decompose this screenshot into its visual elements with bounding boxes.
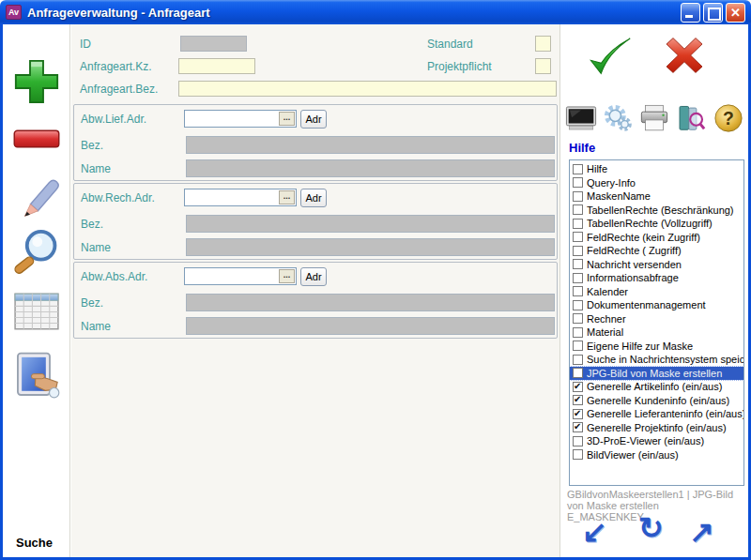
delete-icon[interactable]: [13, 128, 60, 154]
checkbox-icon[interactable]: [573, 327, 583, 338]
search-icon[interactable]: [10, 227, 61, 281]
standard-label: Standard: [427, 38, 473, 51]
help-list-item[interactable]: Generelle Projektinfo (ein/aus): [570, 421, 743, 435]
checkbox-icon[interactable]: [573, 259, 583, 269]
projektpflicht-field[interactable]: [535, 58, 551, 74]
adr-button[interactable]: Adr: [300, 189, 327, 207]
checkbox-icon[interactable]: [573, 355, 583, 365]
minimize-button[interactable]: [681, 3, 700, 23]
help-list-item[interactable]: BildViewer (ein/aus): [570, 448, 743, 462]
browse-button[interactable]: ...: [279, 269, 295, 283]
help-list-item[interactable]: Generelle Artikelinfo (ein/aus): [570, 380, 743, 394]
checkbox-icon[interactable]: [573, 177, 583, 188]
table-icon[interactable]: [13, 287, 60, 340]
print-icon[interactable]: [638, 104, 670, 136]
checkbox-icon[interactable]: [573, 286, 583, 296]
help-list-item[interactable]: Query-Info: [570, 176, 743, 190]
help-list-item[interactable]: Rechner: [570, 312, 743, 326]
help-list-item[interactable]: Informationsabfrage: [570, 271, 743, 285]
help-list-item[interactable]: Dokumentenmanagement: [570, 298, 743, 312]
abw-abs-adr-section: Abw.Abs.Adr. ... Adr Bez. Name: [73, 262, 558, 339]
section-label: Abw.Rech.Adr.: [81, 191, 155, 204]
close-button[interactable]: [726, 3, 745, 23]
checkbox-icon[interactable]: [573, 341, 583, 351]
svg-text:?: ?: [723, 109, 734, 129]
help-list-item[interactable]: MaskenName: [570, 189, 743, 204]
checkbox-icon[interactable]: [573, 204, 583, 215]
adr-combo[interactable]: ...: [184, 189, 297, 206]
status-text: GBildvonMaskeerstellen1 | JPG-Bild von M…: [567, 489, 743, 511]
id-label: ID: [80, 38, 91, 51]
help-list-item[interactable]: 3D-ProE-Viewer (ein/aus): [570, 434, 743, 448]
checkbox-icon[interactable]: [573, 422, 583, 432]
help-list-item[interactable]: Hilfe: [570, 162, 743, 176]
checkbox-icon[interactable]: [573, 395, 583, 405]
ok-icon[interactable]: [586, 32, 635, 84]
help-list-item[interactable]: FeldRechte (kein Zugriff): [570, 231, 743, 245]
checkbox-icon[interactable]: [573, 246, 583, 256]
section-label: Abw.Abs.Adr.: [81, 270, 147, 283]
help-icon[interactable]: ?: [713, 103, 743, 137]
add-icon[interactable]: [10, 54, 63, 113]
checkbox-icon[interactable]: [573, 164, 583, 174]
help-list-item[interactable]: Nachricht versenden: [570, 258, 743, 272]
checkbox-icon[interactable]: [573, 219, 583, 229]
help-item-label: 3D-ProE-Viewer (ein/aus): [587, 435, 704, 446]
help-item-label: FeldRechte ( Zugriff): [587, 245, 682, 256]
abw-rech-adr-section: Abw.Rech.Adr. ... Adr Bez. Name: [73, 183, 558, 260]
checkbox-icon[interactable]: [573, 368, 583, 378]
help-item-label: Rechner: [587, 313, 626, 325]
section-label: Abw.Lief.Adr.: [81, 113, 146, 126]
checkbox-icon[interactable]: [573, 300, 583, 310]
adr-combo[interactable]: ...: [184, 267, 297, 285]
help-list-item[interactable]: Suche in Nachrichtensystem speich: [570, 353, 743, 367]
browse-button[interactable]: ...: [279, 112, 295, 126]
bez-readonly-field: [186, 136, 555, 154]
checkbox-icon[interactable]: [573, 382, 583, 392]
help-item-label: Nachricht versenden: [587, 259, 682, 270]
touchscreen-icon[interactable]: [10, 348, 63, 406]
checkbox-icon[interactable]: [573, 449, 583, 460]
app-icon: Av: [6, 5, 22, 20]
refresh-icon[interactable]: ↻: [638, 512, 664, 544]
bez-sub-label: Bez.: [81, 218, 103, 231]
adr-button[interactable]: Adr: [300, 267, 327, 286]
window-title: Anfrageverwaltung - Anfrageart: [27, 6, 678, 20]
browse-button[interactable]: ...: [279, 190, 295, 204]
help-list-item[interactable]: TabellenRechte (Beschränkung): [570, 204, 743, 218]
help-list-item[interactable]: JPG-Bild von Maske erstellen: [570, 367, 743, 381]
arrow-forward-icon[interactable]: ↗: [689, 516, 714, 548]
standard-field[interactable]: [535, 36, 551, 52]
name-sub-label: Name: [81, 320, 111, 333]
checkbox-icon[interactable]: [573, 436, 583, 446]
cancel-icon[interactable]: [661, 33, 708, 82]
checkbox-icon[interactable]: [573, 273, 583, 283]
bez-input[interactable]: [178, 81, 557, 97]
adr-button[interactable]: Adr: [300, 110, 327, 129]
help-list-item[interactable]: Generelle Lieferanteninfo (ein/aus): [570, 407, 743, 421]
bez-sub-label: Bez.: [81, 296, 103, 310]
arrow-back-icon[interactable]: ↙: [582, 516, 607, 548]
help-item-label: Query-Info: [587, 177, 636, 189]
kz-input[interactable]: [178, 58, 255, 74]
help-item-label: Informationsabfrage: [587, 272, 679, 283]
help-list-item[interactable]: Generelle Kundeninfo (ein/aus): [570, 394, 743, 408]
checkbox-icon[interactable]: [573, 232, 583, 242]
help-item-label: Suche in Nachrichtensystem speich: [587, 354, 744, 365]
checkbox-icon[interactable]: [573, 409, 583, 419]
checkbox-icon[interactable]: [573, 313, 583, 324]
help-list-item[interactable]: FeldRechte ( Zugriff): [570, 244, 743, 258]
adr-combo[interactable]: ...: [184, 110, 297, 128]
catalog-search-icon[interactable]: [676, 103, 706, 137]
help-list-item[interactable]: Material: [570, 325, 743, 340]
settings-gears-icon[interactable]: [603, 103, 633, 137]
edit-icon[interactable]: [10, 174, 63, 233]
checkbox-icon[interactable]: [573, 191, 583, 202]
maximize-button[interactable]: [703, 3, 723, 23]
monitor-icon[interactable]: [565, 105, 597, 135]
bez-sub-label: Bez.: [81, 139, 103, 152]
help-item-label: Material: [587, 326, 623, 338]
help-list-item[interactable]: Kalender: [570, 285, 743, 299]
help-list-item[interactable]: Eigene Hilfe zur Maske: [570, 340, 743, 354]
help-list-item[interactable]: TabellenRechte (Vollzugriff): [570, 217, 743, 231]
